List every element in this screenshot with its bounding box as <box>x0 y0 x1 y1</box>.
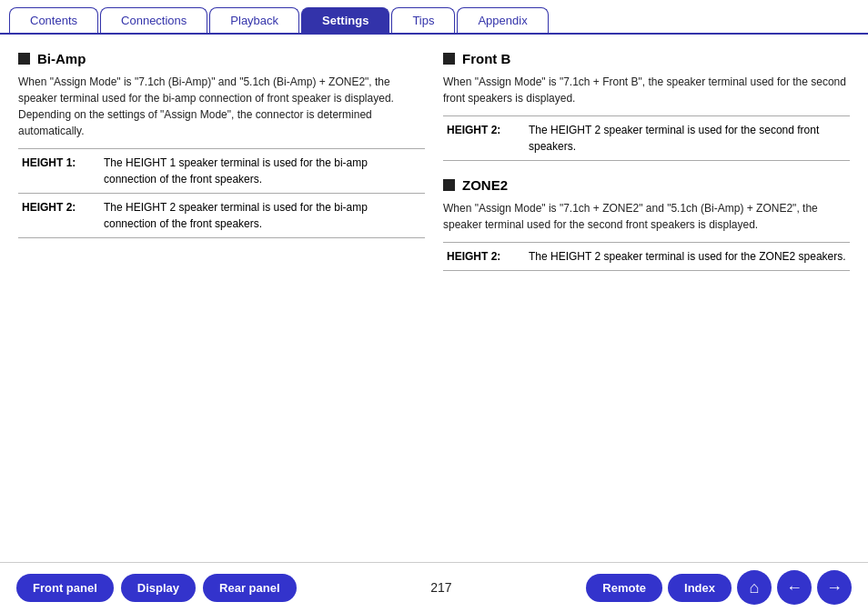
zone2-icon <box>443 179 455 191</box>
zone2-section: ZONE2 When "Assign Mode" is "7.1ch + ZON… <box>443 177 850 271</box>
frontb-height2-label: HEIGHT 2: <box>443 116 525 161</box>
left-column: Bi-Amp When "Assign Mode" is "7.1ch (Bi-… <box>18 51 425 553</box>
height2-label: HEIGHT 2: <box>18 194 100 238</box>
frontb-heading: Front B <box>443 51 850 66</box>
table-row: HEIGHT 2: The HEIGHT 2 speaker terminal … <box>443 243 850 271</box>
tab-connections[interactable]: Connections <box>100 7 207 33</box>
frontb-icon <box>443 53 455 65</box>
biamp-icon <box>18 53 30 65</box>
zone2-title: ZONE2 <box>462 177 508 193</box>
frontb-table: HEIGHT 2: The HEIGHT 2 speaker terminal … <box>443 115 850 161</box>
frontb-description: When "Assign Mode" is "7.1ch + Front B",… <box>443 74 850 106</box>
table-row: HEIGHT 1: The HEIGHT 1 speaker terminal … <box>18 149 425 194</box>
zone2-table: HEIGHT 2: The HEIGHT 2 speaker terminal … <box>443 242 850 271</box>
footer: Front panel Display Rear panel 217 Remot… <box>0 562 868 612</box>
footer-right: Remote Index ⌂ ← → <box>586 570 852 605</box>
tab-tips[interactable]: Tips <box>391 7 455 33</box>
zone2-height2-label: HEIGHT 2: <box>443 243 525 271</box>
tab-settings[interactable]: Settings <box>301 7 389 33</box>
height1-value: The HEIGHT 1 speaker terminal is used fo… <box>100 149 425 194</box>
biamp-title: Bi-Amp <box>37 51 86 66</box>
frontb-height2-value: The HEIGHT 2 speaker terminal is used fo… <box>525 116 850 161</box>
home-button[interactable]: ⌂ <box>737 570 772 605</box>
biamp-description: When "Assign Mode" is "7.1ch (Bi-Amp)" a… <box>18 74 425 139</box>
table-row: HEIGHT 2: The HEIGHT 2 speaker terminal … <box>18 194 425 238</box>
forward-button[interactable]: → <box>817 570 852 605</box>
height1-label: HEIGHT 1: <box>18 149 100 194</box>
tab-appendix[interactable]: Appendix <box>457 7 548 33</box>
tab-playback[interactable]: Playback <box>209 7 299 33</box>
main-content: Bi-Amp When "Assign Mode" is "7.1ch (Bi-… <box>0 35 868 562</box>
right-column: Front B When "Assign Mode" is "7.1ch + F… <box>443 51 850 553</box>
display-button[interactable]: Display <box>121 574 196 602</box>
biamp-table: HEIGHT 1: The HEIGHT 1 speaker terminal … <box>18 148 425 238</box>
remote-button[interactable]: Remote <box>586 574 662 602</box>
front-panel-button[interactable]: Front panel <box>16 574 114 602</box>
table-row: HEIGHT 2: The HEIGHT 2 speaker terminal … <box>443 116 850 161</box>
footer-left: Front panel Display Rear panel <box>16 574 297 602</box>
frontb-title: Front B <box>462 51 510 66</box>
zone2-heading: ZONE2 <box>443 177 850 193</box>
rear-panel-button[interactable]: Rear panel <box>203 574 296 602</box>
nav-tabs: Contents Connections Playback Settings T… <box>0 0 868 35</box>
page-number: 217 <box>430 580 451 595</box>
index-button[interactable]: Index <box>668 574 732 602</box>
height2-value: The HEIGHT 2 speaker terminal is used fo… <box>100 194 425 238</box>
tab-contents[interactable]: Contents <box>9 7 98 33</box>
zone2-description: When "Assign Mode" is "7.1ch + ZONE2" an… <box>443 200 850 233</box>
biamp-heading: Bi-Amp <box>18 51 425 66</box>
zone2-height2-value: The HEIGHT 2 speaker terminal is used fo… <box>525 243 850 271</box>
frontb-section: Front B When "Assign Mode" is "7.1ch + F… <box>443 51 850 161</box>
back-button[interactable]: ← <box>777 570 812 605</box>
